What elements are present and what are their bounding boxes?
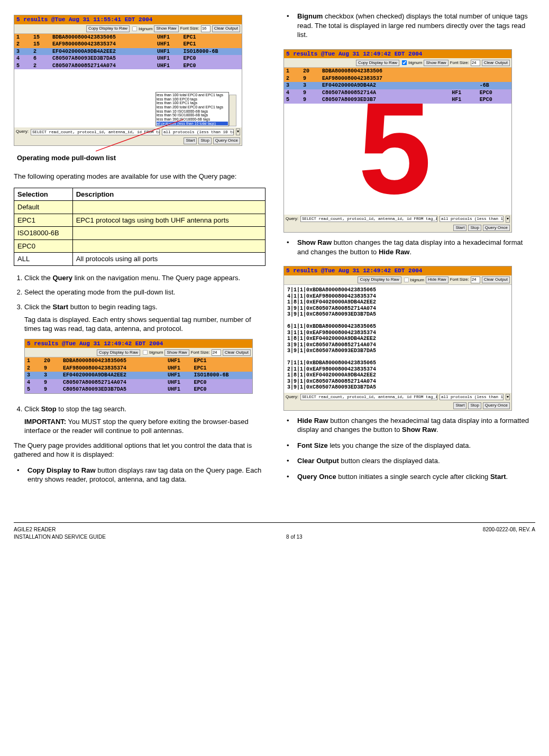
operating-modes-table: SelectionDescription DefaultEPC1EPC1 pro…: [14, 188, 266, 266]
table-row: ALLAll protocols using all ports: [14, 253, 266, 266]
font-size-input[interactable]: 24: [471, 60, 480, 67]
toolbar: Copy Display to Raw bignum Show Raw Font…: [14, 24, 242, 34]
screenshot-caption: Operating mode pull-down list: [17, 153, 266, 163]
query-input[interactable]: SELECT read_count, protocol_id, antenna_…: [300, 394, 437, 400]
step-3-detail: Tag data is displayed. Each entry shows …: [24, 315, 266, 334]
bullet-bignum: Bignum checkbox (when checked) displays …: [283, 12, 535, 40]
table-row: 33EF04020000A9DB4A2-6B: [284, 82, 511, 89]
step-2: Select the operating mode from the pull-…: [24, 288, 266, 297]
table-row: 215EAF98000800423835374UHF1EPC1: [14, 41, 242, 48]
hide-raw-button[interactable]: Hide Raw: [426, 276, 449, 283]
scrollbar[interactable]: [229, 95, 236, 126]
table-row: 115BDBA8000800423835065UHF1EPC1: [14, 34, 242, 41]
font-size-input[interactable]: 24: [212, 349, 221, 356]
table-row: ISO18000-6B: [14, 227, 266, 240]
bignum-value: 5: [358, 104, 432, 198]
bignum-checkbox[interactable]: bignum: [142, 349, 163, 356]
bullet-query-once: Query Once button initiates a single sea…: [283, 472, 535, 482]
bullet-font-size: Font Size lets you change the size of th…: [283, 441, 535, 450]
modes-intro: The following operating modes are availa…: [14, 172, 266, 181]
clear-output-button[interactable]: Clear Output: [223, 349, 251, 356]
table-row: 32EF04020000A9DB4A2EE2UHF1ISO18000-6B: [14, 48, 242, 56]
tag-results-table: 120BDBA8000800423835065UHF1EPC129EAF9800…: [25, 357, 252, 393]
table-row: 120BDBA800080042383506: [284, 68, 511, 75]
dropdown-arrow-icon[interactable]: ▾: [506, 216, 510, 223]
query-label: Query:: [286, 216, 298, 222]
step-4-important: IMPORTANT: You MUST stop the query befor…: [24, 417, 266, 436]
footer-subtitle: INSTALLATION AND SERVICE GUIDE: [14, 533, 106, 541]
font-size-input[interactable]: 24: [471, 276, 480, 283]
bullet-copy-display: Copy Display to Raw button displays raw …: [14, 466, 266, 484]
step-4: Click Stop to stop the tag search. IMPOR…: [24, 404, 266, 436]
table-row: 52C80507A800852714A074UHF1EPC0: [14, 62, 242, 70]
show-raw-button[interactable]: Show Raw: [154, 25, 178, 32]
table-row: EPC1EPC1 protocol tags using both UHF an…: [14, 214, 266, 227]
query-label: Query:: [16, 129, 29, 135]
tag-results-table: 115BDBA8000800423835065UHF1EPC1215EAF980…: [14, 34, 242, 70]
copy-display-button[interactable]: Copy Display to Raw: [356, 60, 399, 66]
svg-line-0: [96, 119, 183, 151]
results-header: 5 results @Tue Aug 31 11:55:41 EDT 2004: [14, 15, 242, 24]
clear-output-button[interactable]: Clear Output: [482, 276, 510, 283]
table-row: 120BDBA8000800423835065UHF1EPC1: [25, 357, 252, 365]
table-row: 49C80507A800852714A074UHF1EPC0: [25, 379, 252, 386]
font-size-label: Font Size:: [180, 26, 199, 32]
table-row: 29EAF98000800423835374UHF1EPC1: [25, 365, 252, 372]
copy-display-button[interactable]: Copy Display to Raw: [97, 349, 140, 356]
bignum-checkbox[interactable]: bignum: [403, 276, 424, 283]
bignum-checkbox[interactable]: bignum: [401, 59, 422, 66]
col-description: Description: [72, 188, 265, 201]
callout-arrow-icon: [96, 115, 202, 152]
dropdown-arrow-icon[interactable]: ▾: [506, 394, 510, 401]
results-header: 5 results @Tue Aug 31 12:49:42 EDT 2004: [25, 339, 252, 348]
query-once-button[interactable]: Query Once: [213, 137, 240, 144]
stop-button[interactable]: Stop: [468, 402, 481, 409]
page-number: 8 of 13: [106, 533, 483, 541]
raw-output: 7|1|1|0xBDBA8000800423835065 4|1|1|0xEAF…: [284, 285, 511, 393]
stop-button[interactable]: Stop: [468, 225, 481, 231]
step-3: Click the Start button to begin reading …: [24, 302, 266, 399]
results-header: 5 results @Tue Aug 31 12:49:42 EDT 2004: [284, 50, 511, 59]
start-button[interactable]: Start: [453, 402, 466, 409]
bignum-checkbox[interactable]: bignum: [131, 25, 152, 32]
footer-rule: [14, 522, 535, 523]
screenshot-bignum: 5 results @Tue Aug 31 12:49:42 EDT 2004 …: [283, 49, 512, 233]
show-raw-button[interactable]: Show Raw: [424, 60, 448, 66]
screenshot-raw: 5 results @Tue Aug 31 12:49:42 EDT 2004 …: [283, 266, 512, 411]
dropdown-arrow-icon[interactable]: ▾: [236, 128, 240, 135]
table-row: 33EF04020000A9DB4A2EE2UHF1ISO18000-6B: [25, 372, 252, 379]
font-size-label: Font Size:: [450, 277, 469, 283]
clear-output-button[interactable]: Clear Output: [482, 60, 510, 66]
instruction-steps: Click the Query link on the navigation m…: [14, 273, 266, 436]
query-input[interactable]: SELECT read_count, protocol_id, antenna_…: [300, 216, 437, 222]
table-row: 59C80507A80093ED3B7DA5UHF1EPC0: [25, 386, 252, 393]
screenshot-tag-data: 5 results @Tue Aug 31 12:49:42 EDT 2004 …: [24, 339, 253, 394]
doc-number: 8200-0222-08, REV. A: [483, 526, 535, 533]
font-size-label: Font Size:: [191, 350, 210, 356]
show-raw-button[interactable]: Show Raw: [164, 349, 189, 356]
step-1: Click the Query link on the navigation m…: [24, 273, 266, 283]
results-header: 5 results @Tue Aug 31 12:49:42 EDT 2004: [284, 266, 511, 275]
mode-select[interactable]: all protocols (less than 10 total tags): [440, 216, 504, 222]
table-row: 29EAF9800080042383537: [284, 75, 511, 82]
bullet-show-raw: Show Raw button changes the tag data dis…: [283, 238, 535, 256]
table-row: EPC0: [14, 239, 266, 253]
start-button[interactable]: Start: [453, 225, 466, 231]
copy-display-button[interactable]: Copy Display to Raw: [358, 276, 401, 283]
table-row: 46C80507A80093ED3B7DA5UHF1EPC0: [14, 55, 242, 62]
bignum-display: 5: [284, 104, 511, 215]
table-row: Default: [14, 201, 266, 214]
copy-display-button[interactable]: Copy Display to Raw: [86, 25, 130, 32]
bullet-clear-output: Clear Output button clears the displayed…: [283, 456, 535, 466]
table-row: 59C80507A80093ED3B7HF1EPC0: [284, 96, 511, 104]
footer-title: AGILE2 READER: [14, 526, 106, 533]
font-size-label: Font Size:: [450, 60, 469, 66]
page-footer: AGILE2 READER INSTALLATION AND SERVICE G…: [14, 526, 535, 540]
mode-select[interactable]: all protocols (less than 10 total tags): [440, 394, 504, 400]
query-once-button[interactable]: Query Once: [483, 402, 510, 409]
tag-results-table: 120BDBA80008004238350629EAF9800080042383…: [284, 68, 511, 104]
font-size-input[interactable]: 16: [201, 25, 211, 32]
query-once-button[interactable]: Query Once: [483, 225, 510, 231]
clear-output-button[interactable]: Clear Output: [212, 25, 240, 32]
query-label: Query:: [286, 394, 298, 400]
